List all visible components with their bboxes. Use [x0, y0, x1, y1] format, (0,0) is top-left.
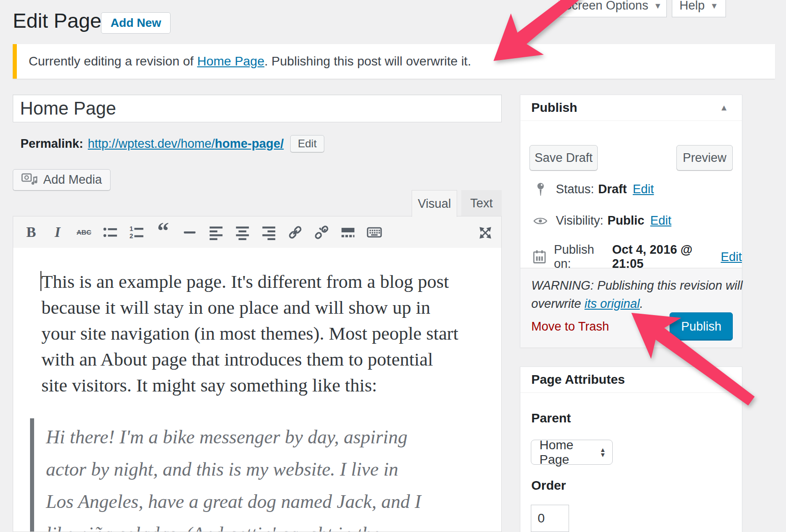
numbered-list-icon: 1 2	[129, 225, 145, 240]
insert-link-button[interactable]	[284, 221, 306, 243]
screen-options-tab[interactable]: Screen Options ▼	[559, 0, 667, 17]
chevron-down-icon: ▼	[654, 0, 662, 13]
collapse-panel-icon[interactable]: ▲	[717, 102, 731, 113]
revision-warning: WARNING: Publishing this revision will o…	[531, 276, 745, 313]
align-right-icon	[261, 225, 277, 240]
horizontal-rule-button[interactable]	[179, 221, 200, 243]
insert-more-tag-icon	[340, 225, 356, 240]
blockquote-icon: “	[157, 226, 169, 238]
status-row: Status: Draft Edit	[531, 182, 654, 196]
help-label: Help	[680, 0, 705, 13]
title-input[interactable]	[13, 95, 502, 122]
edit-visibility-link[interactable]: Edit	[650, 214, 672, 228]
publish-on-label: Publish on:	[554, 243, 608, 271]
tab-text[interactable]: Text	[461, 190, 502, 216]
strikethrough-icon: ABC	[76, 228, 91, 236]
calendar-icon	[531, 250, 548, 264]
collapse-panel-icon[interactable]: ▲	[717, 374, 731, 385]
editor-content[interactable]: This is an example page. It's different …	[13, 248, 502, 532]
its-original-link[interactable]: its original	[584, 297, 640, 311]
add-media-button[interactable]: Add Media	[13, 169, 111, 191]
preview-button[interactable]: Preview	[676, 145, 733, 171]
insert-link-icon	[287, 225, 303, 240]
help-tab[interactable]: Help ▼	[672, 0, 726, 17]
edit-permalink-button[interactable]: Edit	[290, 135, 324, 152]
select-stepper-icon: ▲ ▼	[600, 447, 606, 457]
publish-panel-header: Publish ▲	[520, 95, 742, 121]
revision-notice: Currently editing a revision of Home Pag…	[13, 44, 775, 79]
publish-actions: WARNING: Publishing this revision will o…	[520, 268, 742, 347]
add-media-icon	[21, 173, 38, 187]
italic-button[interactable]: I	[47, 221, 68, 243]
align-left-icon	[208, 225, 224, 240]
publish-on-value: Oct 4, 2016 @ 21:05	[612, 243, 715, 271]
publish-panel-title: Publish	[531, 100, 577, 115]
publish-button[interactable]: Publish	[670, 312, 733, 341]
edit-publish-on-link[interactable]: Edit	[720, 250, 742, 264]
publish-panel: Publish ▲ Save Draft Preview Status: Dra…	[520, 95, 742, 347]
align-center-icon	[235, 225, 250, 240]
publish-on-row: Publish on: Oct 4, 2016 @ 21:05 Edit	[531, 243, 742, 271]
permalink-link[interactable]: http://wptest.dev/home/home-page/	[88, 137, 284, 151]
revision-notice-text: Currently editing a revision of Home Pag…	[17, 54, 471, 69]
bold-button[interactable]: B	[20, 221, 42, 243]
svg-text:2: 2	[129, 232, 133, 240]
toolbar-toggle-button[interactable]	[363, 221, 385, 243]
visibility-label: Visibility:	[556, 214, 604, 228]
home-page-link[interactable]: Home Page	[197, 54, 264, 68]
fullscreen-button[interactable]	[474, 222, 496, 243]
page-attributes-panel: Page Attributes ▲ Parent Home Page ▲ ▼ O…	[520, 366, 742, 532]
status-label: Status:	[556, 182, 594, 196]
add-media-label: Add Media	[43, 173, 102, 187]
align-left-button[interactable]	[205, 221, 227, 243]
permalink: Permalink: http://wptest.dev/home/home-p…	[20, 135, 324, 153]
move-to-trash-link[interactable]: Move to Trash	[531, 320, 609, 334]
chevron-down-icon: ▼	[710, 0, 718, 13]
editor-paragraph: This is an example page. It's different …	[13, 248, 501, 398]
numbered-list-button[interactable]: 1 2	[126, 221, 147, 243]
align-center-button[interactable]	[232, 221, 253, 243]
editor-toolbar: B I ABC 1 2 “	[13, 216, 502, 248]
strikethrough-button[interactable]: ABC	[73, 221, 95, 243]
visibility-row: Visibility: Public Edit	[531, 214, 671, 228]
permalink-label: Permalink:	[20, 137, 83, 151]
visibility-value: Public	[608, 214, 645, 228]
add-new-button[interactable]: Add New	[101, 12, 171, 34]
bold-icon: B	[26, 224, 36, 241]
remove-link-icon	[314, 225, 329, 240]
publish-actions-row: Move to Trash Publish	[531, 312, 733, 341]
page-title: Edit Page	[13, 9, 101, 33]
horizontal-rule-icon	[182, 225, 197, 240]
save-draft-button[interactable]: Save Draft	[529, 145, 598, 171]
page-attributes-title: Page Attributes	[531, 372, 625, 387]
status-pin-icon	[531, 182, 549, 196]
bulleted-list-button[interactable]	[100, 221, 121, 243]
bulleted-list-icon	[103, 225, 118, 240]
order-input[interactable]	[531, 505, 569, 532]
remove-link-button[interactable]	[311, 221, 332, 243]
status-value: Draft	[598, 182, 627, 196]
parent-select[interactable]: Home Page ▲ ▼	[531, 440, 613, 465]
order-label: Order	[531, 478, 566, 493]
screen-options-label: Screen Options	[564, 0, 648, 13]
page-attributes-header: Page Attributes ▲	[520, 367, 742, 393]
text-cursor	[40, 271, 41, 291]
blockquote-button[interactable]: “	[152, 221, 174, 243]
italic-icon: I	[55, 224, 60, 241]
editor-column: Permalink: http://wptest.dev/home/home-p…	[13, 95, 502, 532]
parent-select-value: Home Page	[539, 438, 600, 467]
eye-icon	[531, 216, 549, 226]
editor-blockquote: Hi there! I'm a bike messenger by day, a…	[30, 418, 501, 532]
parent-label: Parent	[531, 411, 571, 426]
edit-status-link[interactable]: Edit	[633, 182, 654, 196]
fullscreen-icon	[478, 225, 493, 241]
align-right-button[interactable]	[258, 221, 279, 243]
svg-text:1: 1	[129, 225, 133, 232]
insert-more-tag-button[interactable]	[337, 221, 358, 243]
toolbar-toggle-icon	[367, 225, 382, 240]
tab-visual[interactable]: Visual	[412, 190, 457, 217]
